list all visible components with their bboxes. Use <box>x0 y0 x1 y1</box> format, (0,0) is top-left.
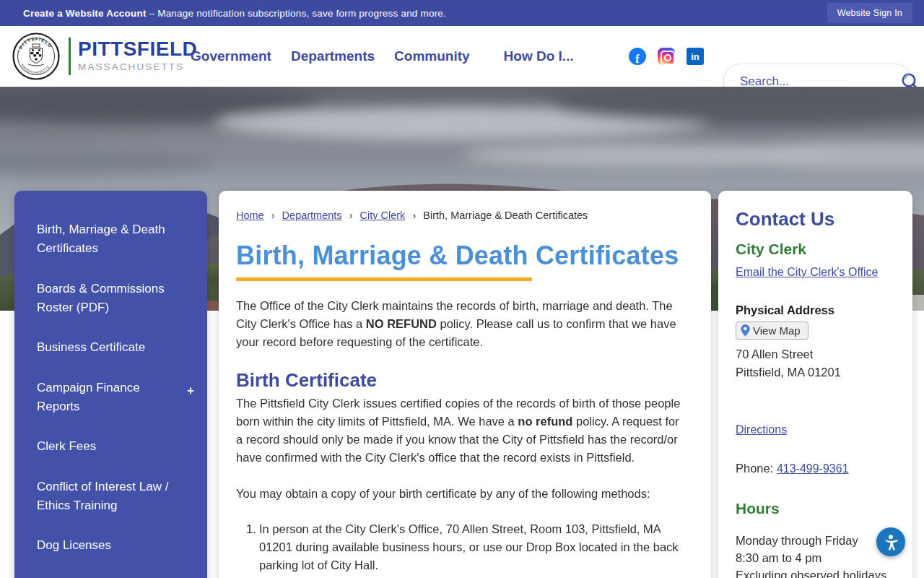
no-refund-bold: no refund <box>518 415 572 428</box>
phone-row: Phone: 413-499-9361 <box>736 462 895 475</box>
wordmark-state: MASSACHUSETTS <box>78 61 197 72</box>
sidebar-item-label: Dog Licenses <box>37 538 111 552</box>
breadcrumb-separator: › <box>271 210 275 221</box>
sidebar-item-campaign-finance[interactable]: Campaign Finance Reports + <box>37 379 190 417</box>
linkedin-icon[interactable]: in <box>687 48 704 65</box>
breadcrumb-departments[interactable]: Departments <box>282 210 342 221</box>
nav-community[interactable]: Community <box>394 48 470 64</box>
hours-line-1: Monday through Friday <box>736 532 891 549</box>
website-sign-in-button[interactable]: Website Sign In <box>827 3 912 23</box>
social-links: f in <box>629 26 704 87</box>
list-item-text: In person at the City Clerk's Office, 70… <box>259 520 682 574</box>
birth-certificate-paragraph: The Pittsfield City Clerk issues certifi… <box>236 394 682 467</box>
methods-list: 1. In person at the City Clerk's Office,… <box>236 520 682 578</box>
accessibility-person-icon <box>881 532 900 551</box>
contact-us-panel: Contact Us City Clerk Email the City Cle… <box>718 191 912 578</box>
view-map-label: View Map <box>753 324 801 337</box>
sidebar-item-label: Business Certificate <box>37 340 145 354</box>
sidebar-item-label: Birth, Marriage & Death Certificates <box>37 223 165 255</box>
hours-line-2: 8:30 am to 4 pm <box>736 549 891 566</box>
breadcrumb: Home › Departments › City Clerk › Birth,… <box>236 210 682 221</box>
directions-link[interactable]: Directions <box>736 423 787 436</box>
nav-departments[interactable]: Departments <box>291 48 375 64</box>
main-content-panel: Home › Departments › City Clerk › Birth,… <box>219 191 711 578</box>
breadcrumb-current: Birth, Marriage & Death Certificates <box>423 210 588 221</box>
hours-heading: Hours <box>736 500 895 517</box>
sidebar-item-label: Clerk Fees <box>37 439 96 453</box>
breadcrumb-separator: › <box>349 210 353 221</box>
sidebar-item-birth-marriage-death[interactable]: Birth, Marriage & Death Certificates <box>37 220 190 259</box>
phone-label: Phone: <box>736 462 777 475</box>
nav-how-do-i[interactable]: How Do I... <box>504 48 574 64</box>
sidebar-item-label: Campaign Finance Reports <box>37 381 140 413</box>
main-nav: Government Departments Community How Do … <box>191 26 574 87</box>
facebook-icon[interactable]: f <box>629 48 646 65</box>
section-menu-sidebar: Birth, Marriage & Death Certificates Boa… <box>14 191 207 578</box>
expand-plus-icon[interactable]: + <box>187 384 194 397</box>
top-utility-bar: Create a Website Account – Manage notifi… <box>0 0 924 26</box>
department-name: City Clerk <box>736 241 895 258</box>
breadcrumb-separator: › <box>412 210 416 221</box>
promo-text: – Manage notification subscriptions, sav… <box>147 8 446 19</box>
contact-us-heading: Contact Us <box>736 208 895 230</box>
methods-intro: You may obtain a copy of your birth cert… <box>236 485 682 503</box>
view-map-button[interactable]: View Map <box>736 322 808 340</box>
city-seal-logo[interactable]: PITTSFIELD MASSACHUSETTS <box>12 33 60 80</box>
linkedin-glyph: in <box>691 51 699 62</box>
sidebar-item-label: Conflict of Interest Law / Ethics Traini… <box>37 480 168 512</box>
sidebar-item-label: Boards & Commissions Roster (PDF) <box>37 282 165 314</box>
hours-line-3: Excluding observed holidays <box>736 566 891 578</box>
breadcrumb-city-clerk[interactable]: City Clerk <box>360 210 406 221</box>
title-accent-rule <box>236 277 532 281</box>
sidebar-item-clerk-fees[interactable]: Clerk Fees <box>37 437 190 456</box>
address-line-2: Pittsfield, MA 01201 <box>736 363 895 381</box>
intro-paragraph: The Office of the City Clerk maintains t… <box>236 297 682 351</box>
sidebar-item-boards-commissions[interactable]: Boards & Commissions Roster (PDF) <box>37 280 190 318</box>
birth-certificate-heading: Birth Certificate <box>236 369 682 392</box>
instagram-icon[interactable] <box>658 48 675 65</box>
sidebar-item-business-certificate[interactable]: Business Certificate <box>37 338 190 357</box>
sidebar-item-conflict-of-interest[interactable]: Conflict of Interest Law / Ethics Traini… <box>37 478 190 516</box>
page-title: Birth, Marriage & Death Certificates <box>236 241 682 271</box>
site-wordmark[interactable]: PITTSFIELD MASSACHUSETTS <box>78 39 197 72</box>
no-refund-bold: NO REFUND <box>366 317 437 330</box>
phone-number-link[interactable]: 413-499-9361 <box>777 462 849 475</box>
facebook-glyph: f <box>635 53 639 65</box>
list-item: 1. In person at the City Clerk's Office,… <box>236 520 682 574</box>
nav-government[interactable]: Government <box>191 48 271 64</box>
accessibility-widget-button[interactable] <box>876 527 905 556</box>
brand-divider <box>69 38 71 75</box>
wordmark-city: PITTSFIELD <box>78 39 197 59</box>
site-header: PITTSFIELD MASSACHUSETTS PITTSFIELD MASS… <box>0 26 924 87</box>
sidebar-item-dog-licenses[interactable]: Dog Licenses <box>37 536 190 555</box>
address-line-1: 70 Allen Street <box>736 345 895 363</box>
email-city-clerk-link[interactable]: Email the City Clerk's Office <box>736 266 878 279</box>
create-account-link[interactable]: Create a Website Account <box>23 8 147 19</box>
create-account-promo[interactable]: Create a Website Account – Manage notifi… <box>23 8 446 19</box>
map-pin-icon <box>741 324 750 337</box>
breadcrumb-home[interactable]: Home <box>236 210 264 221</box>
physical-address-label: Physical Address <box>736 303 895 317</box>
list-marker: 1. <box>246 520 259 574</box>
